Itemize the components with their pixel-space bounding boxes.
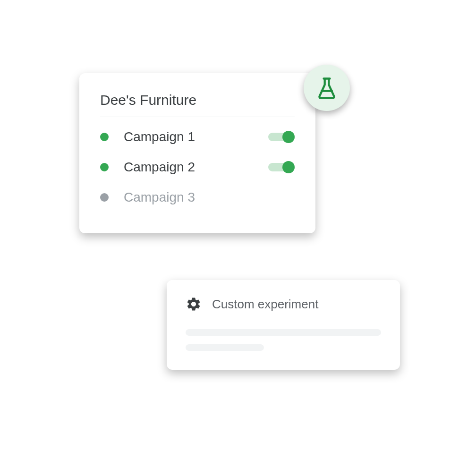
placeholder-line <box>186 329 381 336</box>
campaign-label: Campaign 2 <box>124 160 268 175</box>
toggle-thumb <box>282 131 295 143</box>
campaign-card: Dee's Furniture Campaign 1 Campaign 2 Ca… <box>79 73 315 233</box>
status-dot-active-icon <box>100 133 109 141</box>
campaign-toggle[interactable] <box>268 160 295 174</box>
experiment-title: Custom experiment <box>212 297 318 312</box>
account-title: Dee's Furniture <box>100 92 295 117</box>
placeholder-line <box>186 344 264 351</box>
experiment-header: Custom experiment <box>186 296 381 312</box>
campaign-row[interactable]: Campaign 3 <box>100 182 295 212</box>
campaign-toggle[interactable] <box>268 130 295 144</box>
status-dot-active-icon <box>100 163 109 171</box>
campaign-label: Campaign 1 <box>124 129 268 144</box>
flask-icon <box>314 76 339 100</box>
campaign-row[interactable]: Campaign 2 <box>100 152 295 182</box>
gear-icon <box>186 296 202 312</box>
campaign-row[interactable]: Campaign 1 <box>100 122 295 152</box>
campaign-label: Campaign 3 <box>124 190 295 205</box>
status-dot-inactive-icon <box>100 193 109 202</box>
experiment-badge[interactable] <box>304 65 350 111</box>
experiment-card[interactable]: Custom experiment <box>167 280 400 370</box>
toggle-thumb <box>282 161 295 173</box>
